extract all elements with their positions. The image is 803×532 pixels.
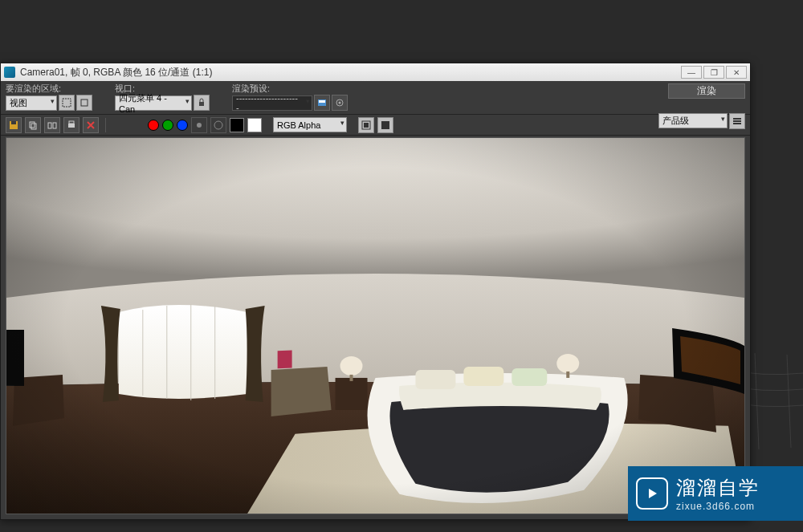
product-dropdown[interactable]: 产品级 bbox=[658, 113, 728, 128]
svg-point-19 bbox=[214, 121, 222, 129]
svg-marker-39 bbox=[649, 489, 657, 498]
viewport-dropdown[interactable]: 四元菜单 4 - Can bbox=[115, 95, 192, 111]
render-image bbox=[6, 138, 744, 514]
svg-rect-16 bbox=[68, 124, 75, 128]
svg-rect-9 bbox=[733, 123, 741, 124]
overlay-a-icon[interactable] bbox=[358, 117, 374, 133]
play-icon bbox=[636, 477, 668, 510]
toolbar-secondary: RGB Alpha bbox=[1, 115, 750, 136]
area-label: 要渲染的区域: bbox=[6, 83, 92, 94]
svg-rect-14 bbox=[48, 123, 51, 128]
preset-dropdown[interactable]: ---------------------- bbox=[232, 95, 312, 111]
svg-rect-12 bbox=[30, 122, 35, 128]
preset-label: 渲染预设: bbox=[232, 83, 348, 94]
svg-rect-7 bbox=[733, 118, 741, 120]
clone-icon[interactable] bbox=[44, 117, 60, 133]
watermark-url: zixue.3d66.com bbox=[676, 501, 760, 512]
svg-rect-38 bbox=[6, 138, 744, 514]
separator bbox=[105, 118, 106, 132]
region-edit-icon[interactable] bbox=[59, 95, 75, 111]
red-channel-dot[interactable] bbox=[148, 120, 159, 131]
close-button[interactable]: ✕ bbox=[726, 66, 747, 79]
render-button[interactable]: 渲染 bbox=[668, 83, 745, 99]
overlay-b-icon[interactable] bbox=[377, 117, 393, 133]
preset-load-icon[interactable] bbox=[314, 95, 330, 111]
blue-channel-dot[interactable] bbox=[177, 120, 188, 131]
svg-rect-0 bbox=[63, 99, 71, 107]
print-icon[interactable] bbox=[63, 117, 79, 133]
swatch-white[interactable] bbox=[247, 118, 262, 132]
preset-options-icon[interactable] bbox=[729, 113, 745, 129]
swatch-black[interactable] bbox=[230, 118, 244, 132]
toolbar-primary: 要渲染的区域: 视图 视口: 四元菜单 4 - Can 渲染预设: bbox=[1, 81, 750, 115]
delete-icon[interactable] bbox=[83, 117, 99, 133]
area-dropdown[interactable]: 视图 bbox=[6, 95, 57, 111]
svg-rect-8 bbox=[733, 120, 741, 122]
svg-rect-2 bbox=[199, 102, 204, 106]
svg-rect-22 bbox=[381, 121, 389, 129]
render-window: Camera01, 帧 0, RGBA 颜色 16 位/通道 (1:1) — ❐… bbox=[0, 63, 751, 520]
alpha-icon[interactable] bbox=[191, 117, 207, 133]
svg-rect-13 bbox=[31, 124, 36, 129]
minimize-button[interactable]: — bbox=[681, 66, 702, 79]
svg-rect-4 bbox=[319, 100, 325, 103]
maximize-button[interactable]: ❐ bbox=[703, 66, 724, 79]
svg-point-6 bbox=[339, 102, 341, 104]
window-title: Camera01, 帧 0, RGBA 颜色 16 位/通道 (1:1) bbox=[20, 66, 681, 79]
svg-rect-15 bbox=[53, 123, 56, 128]
render-setup-icon[interactable] bbox=[332, 95, 348, 111]
mono-icon[interactable] bbox=[210, 117, 226, 133]
lock-icon[interactable] bbox=[194, 95, 210, 111]
svg-rect-21 bbox=[364, 123, 369, 128]
region-crop-icon[interactable] bbox=[76, 95, 92, 111]
app-icon bbox=[4, 67, 15, 78]
render-output[interactable] bbox=[6, 137, 745, 514]
svg-rect-17 bbox=[69, 121, 74, 124]
svg-point-18 bbox=[197, 123, 202, 128]
save-icon[interactable] bbox=[6, 117, 22, 133]
svg-rect-1 bbox=[81, 99, 88, 106]
watermark-badge: 溜溜自学 zixue.3d66.com bbox=[628, 466, 803, 521]
titlebar[interactable]: Camera01, 帧 0, RGBA 颜色 16 位/通道 (1:1) — ❐… bbox=[1, 63, 750, 81]
svg-rect-11 bbox=[11, 121, 16, 124]
channel-dropdown[interactable]: RGB Alpha bbox=[273, 117, 347, 132]
copy-icon[interactable] bbox=[25, 117, 41, 133]
watermark-brand: 溜溜自学 bbox=[676, 475, 760, 501]
green-channel-dot[interactable] bbox=[162, 120, 173, 131]
